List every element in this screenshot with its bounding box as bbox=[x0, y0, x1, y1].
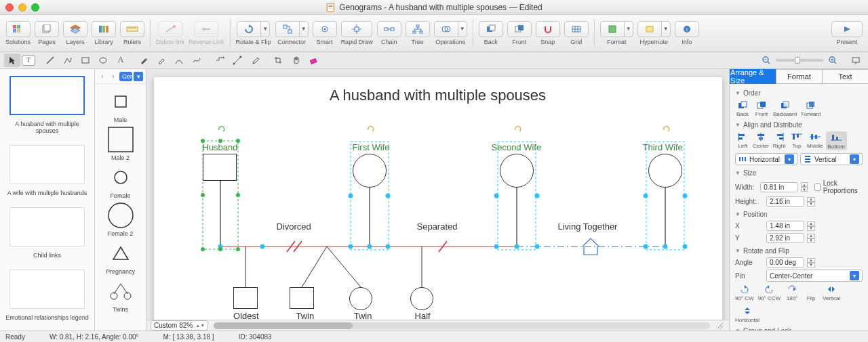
bezier-tool[interactable] bbox=[171, 54, 187, 67]
minimize-window-button[interactable] bbox=[18, 3, 26, 12]
canvas[interactable]: A husband with multiple spouses bbox=[146, 69, 729, 320]
library-item-male[interactable]: Male bbox=[106, 88, 136, 123]
solutions-button[interactable] bbox=[6, 21, 31, 37]
page-thumbnail[interactable] bbox=[9, 145, 85, 184]
align-bottom-button[interactable]: Bottom bbox=[826, 131, 847, 150]
rect-tool[interactable] bbox=[77, 54, 94, 67]
smart-connector-tool[interactable] bbox=[229, 54, 245, 67]
connector-tool[interactable] bbox=[212, 54, 228, 67]
third-wife-node[interactable]: Third Wife bbox=[643, 142, 683, 188]
husband-node[interactable]: Husband bbox=[203, 142, 238, 181]
tab-arrange-size[interactable]: Arrange & Size bbox=[730, 69, 776, 84]
zoom-window-button[interactable] bbox=[31, 3, 39, 12]
first-wife-node[interactable]: First Wife bbox=[353, 142, 390, 188]
order-front-button[interactable]: Front bbox=[754, 100, 769, 117]
section-order[interactable]: Order bbox=[735, 89, 863, 97]
text-tool[interactable]: T bbox=[22, 55, 35, 66]
connector-dropdown[interactable]: ▼ bbox=[299, 21, 309, 37]
tab-format[interactable]: Format bbox=[776, 69, 823, 84]
library-tab[interactable]: Genog… bbox=[119, 72, 132, 81]
pages-button[interactable] bbox=[35, 21, 59, 37]
page-thumbnail[interactable] bbox=[9, 270, 85, 309]
smart-button[interactable] bbox=[313, 21, 337, 37]
order-back-button[interactable]: Back bbox=[735, 100, 750, 117]
spline-tool[interactable] bbox=[189, 54, 205, 67]
library-item-female[interactable]: Female bbox=[106, 164, 136, 199]
rapid-draw-button[interactable] bbox=[341, 21, 372, 37]
width-input[interactable]: 0.81 in bbox=[760, 182, 798, 192]
half-sister-node[interactable] bbox=[410, 287, 433, 310]
hypernote-button[interactable] bbox=[637, 21, 662, 37]
x-stepper[interactable]: ▲▼ bbox=[807, 221, 815, 231]
library-item-female2[interactable]: Female 2 bbox=[106, 202, 136, 237]
flip-vertical-button[interactable]: Vertical bbox=[823, 284, 840, 301]
rotate-90ccw-button[interactable]: 90° CCW bbox=[758, 284, 781, 301]
rulers-button[interactable] bbox=[120, 21, 144, 37]
zoom-slider[interactable] bbox=[776, 59, 823, 62]
pencil-tool[interactable] bbox=[153, 54, 170, 67]
ellipse-tool[interactable] bbox=[95, 54, 111, 67]
info-button[interactable]: i bbox=[675, 21, 699, 37]
twin-sister-node[interactable] bbox=[349, 287, 372, 310]
page[interactable]: A husband with multiple spouses bbox=[154, 77, 722, 320]
second-wife-node[interactable]: Second Wife bbox=[492, 142, 542, 188]
format-dropdown[interactable]: ▼ bbox=[624, 21, 633, 37]
snap-button[interactable] bbox=[536, 21, 560, 37]
rotate-180-button[interactable]: 180° bbox=[785, 284, 800, 301]
order-forward-button[interactable]: Forward bbox=[801, 100, 821, 117]
height-input[interactable]: 2.16 in bbox=[766, 196, 804, 207]
distribute-h-select[interactable]: Horizontal▾ bbox=[735, 153, 797, 165]
y-input[interactable]: 2.92 in bbox=[766, 233, 804, 243]
align-left-button[interactable]: Left bbox=[735, 131, 750, 150]
height-stepper[interactable]: ▲▼ bbox=[807, 197, 815, 207]
zoom-in-button[interactable] bbox=[825, 54, 841, 67]
text-box-tool[interactable]: A bbox=[113, 54, 129, 67]
angle-stepper[interactable]: ▲▼ bbox=[807, 258, 815, 268]
angle-input[interactable]: 0.00 deg bbox=[766, 257, 804, 268]
library-button[interactable] bbox=[92, 21, 116, 37]
operations-dropdown[interactable]: ▼ bbox=[458, 21, 467, 37]
twin-brother-node[interactable] bbox=[290, 287, 314, 309]
zoom-out-button[interactable] bbox=[758, 54, 774, 67]
oldest-brother-node[interactable] bbox=[233, 287, 258, 309]
close-window-button[interactable] bbox=[5, 3, 14, 12]
front-button[interactable] bbox=[507, 21, 532, 37]
rotate-dropdown[interactable]: ▼ bbox=[260, 21, 270, 37]
polyline-tool[interactable] bbox=[60, 54, 76, 67]
page-thumbnail[interactable] bbox=[9, 207, 85, 247]
hand-tool[interactable] bbox=[288, 54, 304, 67]
line-tool[interactable] bbox=[42, 54, 58, 67]
presentation-tool[interactable] bbox=[848, 54, 864, 67]
distribute-v-select[interactable]: Vertical▾ bbox=[800, 153, 863, 165]
pointer-tool[interactable] bbox=[4, 54, 20, 67]
x-input[interactable]: 1.48 in bbox=[766, 221, 804, 231]
align-right-button[interactable]: Right bbox=[772, 131, 787, 150]
tab-text[interactable]: Text bbox=[822, 69, 868, 84]
operations-button[interactable] bbox=[434, 21, 458, 37]
library-back-button[interactable]: ‹ bbox=[98, 72, 107, 81]
rotate-button[interactable] bbox=[237, 21, 261, 37]
section-position[interactable]: Position bbox=[735, 211, 863, 218]
back-button[interactable] bbox=[479, 21, 503, 37]
align-top-button[interactable]: Top bbox=[789, 131, 804, 150]
library-dropdown-button[interactable]: ▾ bbox=[134, 72, 143, 81]
zoom-percentage[interactable]: Custom 82%▲▼ bbox=[151, 320, 208, 330]
grid-button[interactable] bbox=[564, 21, 589, 37]
y-stepper[interactable]: ▲▼ bbox=[807, 234, 815, 243]
crop-tool[interactable] bbox=[270, 54, 286, 67]
library-item-pregnancy[interactable]: Pregnancy bbox=[106, 240, 136, 275]
present-button[interactable] bbox=[831, 21, 863, 37]
pin-select[interactable]: Center-Center▾ bbox=[766, 270, 863, 282]
connector-button[interactable] bbox=[275, 21, 300, 37]
library-forward-button[interactable]: › bbox=[108, 72, 118, 81]
align-center-button[interactable]: Center bbox=[753, 131, 769, 150]
lock-proportions-checkbox[interactable]: Lock Proportions bbox=[814, 179, 863, 194]
section-size[interactable]: Size bbox=[735, 169, 863, 177]
section-align[interactable]: Align and Distribute bbox=[735, 121, 863, 129]
library-item-male2[interactable]: Male 2 bbox=[106, 126, 136, 161]
format-button[interactable] bbox=[600, 21, 625, 37]
rotate-90cw-button[interactable]: 90° CW bbox=[735, 284, 754, 301]
library-item-twins[interactable]: Twins bbox=[106, 278, 136, 313]
hypernote-dropdown[interactable]: ▼ bbox=[661, 21, 671, 37]
width-stepper[interactable]: ▲▼ bbox=[801, 182, 808, 192]
